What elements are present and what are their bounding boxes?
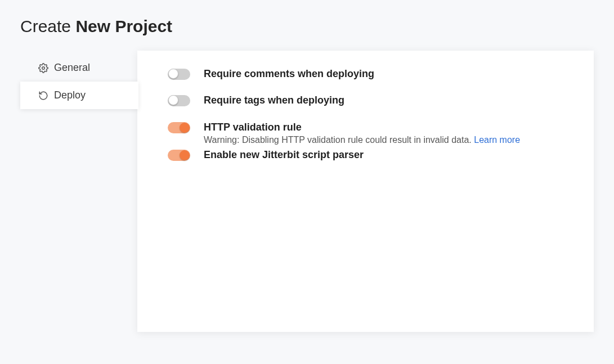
toggle-knob (168, 69, 178, 79)
setting-title: Enable new Jitterbit script parser (204, 149, 571, 161)
setting-caption: Warning: Disabling HTTP validation rule … (204, 135, 571, 145)
toggle-knob (168, 95, 178, 105)
page-title-bold: New Project (75, 17, 172, 35)
setting-http-validation: HTTP validation rule Warning: Disabling … (168, 121, 571, 145)
setting-title: Require comments when deploying (204, 68, 571, 80)
setting-body: Require comments when deploying (204, 68, 571, 80)
tab-general[interactable]: General (20, 54, 137, 82)
setting-body: Require tags when deploying (204, 94, 571, 107)
toggle-require-tags[interactable] (168, 95, 190, 106)
toggle-knob (180, 123, 190, 133)
page-title: Create New Project (0, 0, 614, 51)
learn-more-link[interactable]: Learn more (474, 135, 520, 145)
setting-caption-text: Warning: Disabling HTTP validation rule … (204, 135, 474, 145)
tabs-sidebar: General Deploy (20, 51, 137, 109)
tab-general-label: General (54, 62, 90, 74)
tab-deploy[interactable]: Deploy (20, 82, 138, 109)
settings-panel: Require comments when deploying Require … (137, 51, 594, 332)
setting-title: HTTP validation rule (204, 121, 571, 134)
setting-title: Require tags when deploying (204, 94, 571, 107)
setting-script-parser: Enable new Jitterbit script parser (168, 149, 571, 161)
toggle-require-comments[interactable] (168, 69, 190, 80)
page-title-prefix: Create (20, 17, 75, 35)
setting-require-tags: Require tags when deploying (168, 94, 571, 107)
svg-point-0 (42, 66, 45, 69)
tab-deploy-label: Deploy (54, 89, 86, 101)
gear-icon (38, 63, 48, 73)
toggle-http-validation[interactable] (168, 122, 190, 133)
toggle-knob (180, 150, 190, 160)
refresh-icon (38, 91, 48, 101)
toggle-script-parser[interactable] (168, 150, 190, 161)
setting-body: HTTP validation rule Warning: Disabling … (204, 121, 571, 145)
setting-body: Enable new Jitterbit script parser (204, 149, 571, 161)
setting-require-comments: Require comments when deploying (168, 68, 571, 80)
